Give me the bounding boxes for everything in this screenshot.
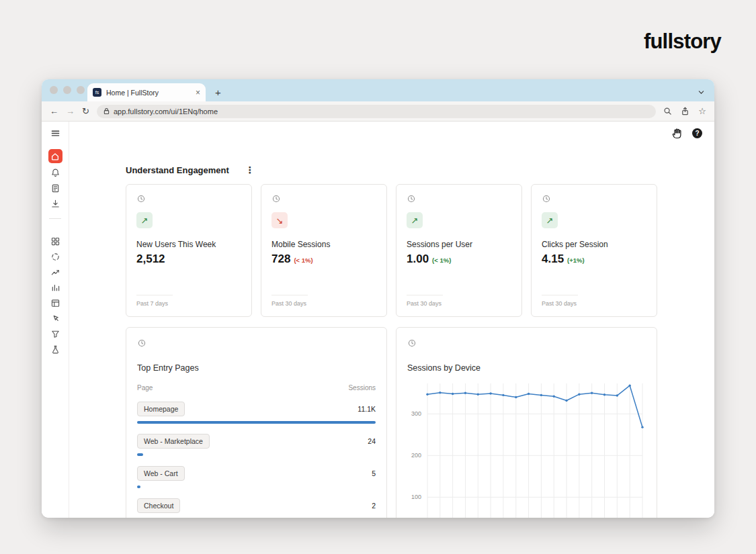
table-row: Checkout 2 xyxy=(137,498,376,513)
clock-icon xyxy=(136,194,146,203)
window-minimize-button[interactable] xyxy=(63,86,71,94)
window-controls xyxy=(50,86,85,94)
bar-chart-icon[interactable] xyxy=(47,280,63,295)
tab-favicon-icon: fs xyxy=(93,88,101,97)
chevron-down-icon[interactable] xyxy=(698,89,705,96)
back-icon[interactable]: ← xyxy=(50,106,58,116)
bookmark-star-icon[interactable]: ☆ xyxy=(698,106,706,116)
sessions-value: 2 xyxy=(372,502,376,510)
app-content: ? Understand Engagement ⋮ ↗ New Users Th… xyxy=(42,122,714,518)
svg-text:100: 100 xyxy=(411,494,421,500)
column-header-sessions: Sessions xyxy=(348,384,376,391)
card-title: Top Entry Pages xyxy=(137,363,376,373)
share-icon[interactable] xyxy=(681,107,689,116)
top-entry-pages-card[interactable]: Top Entry Pages Page Sessions Homepage 1… xyxy=(126,327,387,518)
notes-icon[interactable] xyxy=(47,181,63,196)
zoom-icon[interactable] xyxy=(663,107,672,116)
metric-cards-row: ↗ New Users This Week 2,512 Past 7 days … xyxy=(126,184,714,317)
sidebar-divider xyxy=(49,218,61,219)
metric-value: 4.15 xyxy=(542,252,564,266)
refresh-icon[interactable]: ↻ xyxy=(82,106,89,116)
trend-arrow-icon: ↗ xyxy=(141,216,149,226)
browser-url-bar: ← → ↻ app.fullstory.com/ui/1ENq/home ☆ xyxy=(42,101,714,122)
metric-card-clicks-per-session[interactable]: ↗ Clicks per Session 4.15 (+1%) Past 30 … xyxy=(531,184,657,317)
metric-card-new-users[interactable]: ↗ New Users This Week 2,512 Past 7 days xyxy=(126,184,252,317)
trend-arrow-icon: ↗ xyxy=(411,216,419,226)
url-field[interactable]: app.fullstory.com/ui/1ENq/home xyxy=(97,105,656,118)
hand-tool-icon[interactable] xyxy=(672,128,682,139)
sessions-bar xyxy=(137,486,376,488)
metric-value: 1.00 xyxy=(407,252,429,266)
metric-card-mobile-sessions[interactable]: ↘ Mobile Sessions 728 (< 1%) Past 30 day… xyxy=(261,184,387,317)
metric-delta: (< 1%) xyxy=(294,257,312,264)
fullstory-logo: fullstory xyxy=(644,30,721,54)
notifications-bell-icon[interactable] xyxy=(47,165,63,181)
metric-delta: (< 1%) xyxy=(432,257,451,264)
metric-label: Mobile Sessions xyxy=(271,240,330,249)
metric-footer: Past 30 days xyxy=(271,295,308,307)
metric-label: Clicks per Session xyxy=(542,240,608,249)
clock-icon xyxy=(407,194,416,203)
metric-label: Sessions per User xyxy=(407,240,472,249)
menu-icon[interactable] xyxy=(47,126,63,141)
flask-icon[interactable] xyxy=(47,342,63,357)
metric-value: 728 xyxy=(271,252,290,266)
page-chip: Homepage xyxy=(137,402,185,416)
downloads-icon[interactable] xyxy=(47,196,63,212)
lock-icon xyxy=(103,107,110,115)
tab-close-icon[interactable]: × xyxy=(196,88,200,97)
card-title: Sessions by Device xyxy=(407,363,646,373)
metric-card-sessions-per-user[interactable]: ↗ Sessions per User 1.00 (< 1%) Past 30 … xyxy=(396,184,522,317)
app-sidebar xyxy=(42,122,69,518)
metrics-table-icon[interactable] xyxy=(47,295,63,311)
new-tab-button[interactable]: + xyxy=(215,87,221,98)
trend-arrow-icon: ↗ xyxy=(546,216,554,226)
metric-footer: Past 7 days xyxy=(136,295,173,307)
window-zoom-button[interactable] xyxy=(77,86,85,94)
window-close-button[interactable] xyxy=(50,86,58,94)
section-title: Understand Engagement xyxy=(126,165,229,175)
sessions-value: 5 xyxy=(372,469,376,477)
funnel-icon[interactable] xyxy=(47,326,63,342)
sessions-value: 24 xyxy=(368,437,376,445)
clock-icon xyxy=(542,194,551,203)
device-chart-svg: 100200300 xyxy=(407,378,647,518)
browser-tab[interactable]: fs Home | FullStory × xyxy=(87,83,206,101)
click-cursor-icon[interactable] xyxy=(47,311,63,326)
table-row: Web - Marketplace 24 xyxy=(137,434,376,449)
sessions-bar xyxy=(137,421,376,424)
help-icon[interactable]: ? xyxy=(692,128,702,138)
trend-arrow-icon: ↘ xyxy=(276,216,284,226)
trend-badge: ↘ xyxy=(271,212,288,228)
kebab-menu-icon[interactable]: ⋮ xyxy=(245,165,255,175)
tab-title: Home | FullStory xyxy=(106,89,191,97)
svg-text:200: 200 xyxy=(411,452,421,459)
table-row: Homepage 11.1K xyxy=(137,402,376,416)
sessions-bar xyxy=(137,453,376,456)
metric-footer: Past 30 days xyxy=(407,295,443,307)
clock-icon xyxy=(271,194,281,203)
page-chip: Checkout xyxy=(137,498,180,513)
sessions-value: 11.1K xyxy=(358,405,376,413)
trend-badge: ↗ xyxy=(407,212,423,228)
metric-label: New Users This Week xyxy=(136,240,216,249)
dashboards-grid-icon[interactable] xyxy=(47,234,63,249)
page-chip: Web - Cart xyxy=(137,466,185,481)
metric-delta: (+1%) xyxy=(567,257,585,264)
browser-tab-strip: fs Home | FullStory × + xyxy=(42,79,714,101)
bottom-cards-row: Top Entry Pages Page Sessions Homepage 1… xyxy=(126,327,714,518)
clock-icon xyxy=(137,338,376,348)
trend-badge: ↗ xyxy=(542,212,558,228)
table-row: Web - Cart 5 xyxy=(137,466,376,481)
trend-badge: ↗ xyxy=(136,212,153,228)
segments-circle-icon[interactable] xyxy=(47,249,63,265)
column-header-page: Page xyxy=(137,384,153,391)
svg-text:300: 300 xyxy=(411,410,421,417)
trends-icon[interactable] xyxy=(47,265,63,280)
clock-icon xyxy=(407,338,646,348)
browser-window: fs Home | FullStory × + ← → ↻ app.fullst… xyxy=(42,79,714,518)
forward-icon[interactable]: → xyxy=(66,106,75,116)
sidebar-item-home[interactable] xyxy=(48,149,62,163)
sessions-by-device-card[interactable]: Sessions by Device 100200300 xyxy=(396,327,657,518)
url-text: app.fullstory.com/ui/1ENq/home xyxy=(114,107,218,116)
